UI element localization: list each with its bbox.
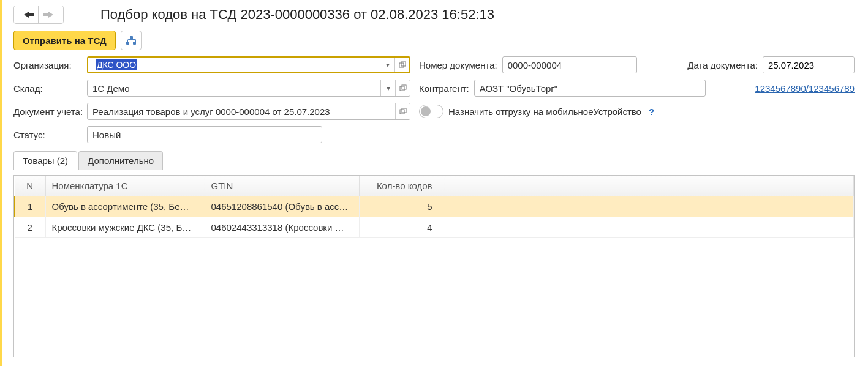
grid-container: N Номенклатура 1С GTIN Кол-во кодов 1 Об… xyxy=(13,175,855,357)
docnum-label: Номер документа: xyxy=(419,60,497,70)
table-header-row: N Номенклатура 1С GTIN Кол-во кодов xyxy=(15,176,854,196)
cell-nom: Обувь в ассортименте (35, Бе… xyxy=(45,196,205,217)
hierarchy-icon xyxy=(126,36,136,45)
org-input[interactable]: ДКС ООО xyxy=(88,58,380,72)
col-qty[interactable]: Кол-во кодов xyxy=(359,176,445,196)
org-open-button[interactable] xyxy=(394,58,409,72)
docnum-input[interactable] xyxy=(502,56,637,73)
warehouse-open-button[interactable] xyxy=(395,80,410,96)
tab-content: N Номенклатура 1С GTIN Кол-во кодов 1 Об… xyxy=(13,170,855,357)
org-input-group: ДКС ООО ▾ xyxy=(87,56,410,73)
table-row[interactable]: 1 Обувь в ассортименте (35, Бе… 04651208… xyxy=(15,196,854,217)
form-area: Организация: ДКС ООО ▾ Номер документа xyxy=(2,56,868,143)
warehouse-input-group: ▾ xyxy=(87,80,410,97)
accdoc-input[interactable] xyxy=(88,103,395,119)
accdoc-open-button[interactable] xyxy=(395,103,410,119)
accdoc-input-group xyxy=(87,103,410,120)
cell-n: 1 xyxy=(15,196,45,217)
tabs-wrap: Товары (2) Дополнительно N Номенклатура … xyxy=(13,151,855,357)
title-bar: Подбор кодов на ТСД 2023-0000000336 от 0… xyxy=(2,0,868,24)
back-button[interactable] xyxy=(14,6,39,23)
warehouse-dropdown-button[interactable]: ▾ xyxy=(380,80,395,96)
cell-qty: 5 xyxy=(359,196,445,217)
cell-qty: 4 xyxy=(359,217,445,238)
cell-gtin: 04651208861540 (Обувь в асс… xyxy=(205,196,359,217)
arrow-right-icon xyxy=(48,12,53,18)
counterparty-input[interactable] xyxy=(474,80,706,97)
cell-gtin: 04602443313318 (Кроссовки … xyxy=(205,217,359,238)
org-label: Организация: xyxy=(13,60,87,70)
nav-buttons xyxy=(13,6,64,24)
form-row-1: Организация: ДКС ООО ▾ Номер документа xyxy=(13,56,855,73)
assign-label: Назначить отгрузку на мобильноеУстройств… xyxy=(448,106,641,117)
org-dropdown-button[interactable]: ▾ xyxy=(380,58,394,72)
status-label: Статус: xyxy=(13,130,87,140)
tab-goods[interactable]: Товары (2) xyxy=(13,151,77,170)
form-row-2: Склад: ▾ Контрагент: 123456789 xyxy=(13,80,855,97)
counterparty-link[interactable]: 1234567890/123456789 xyxy=(755,83,855,94)
open-icon xyxy=(399,61,406,69)
org-value: ДКС ООО xyxy=(96,59,137,70)
cell-rest xyxy=(445,217,854,238)
arrow-left-icon xyxy=(24,12,29,18)
form-row-4: Статус: xyxy=(13,126,855,143)
col-n[interactable]: N xyxy=(15,176,45,196)
col-gtin[interactable]: GTIN xyxy=(205,176,359,196)
forward-button[interactable] xyxy=(39,6,63,23)
send-to-tsd-button[interactable]: Отправить на ТСД xyxy=(13,31,116,50)
tabs: Товары (2) Дополнительно xyxy=(13,151,855,170)
warehouse-input[interactable] xyxy=(88,80,380,96)
help-icon[interactable]: ? xyxy=(649,106,654,117)
hierarchy-button[interactable] xyxy=(121,31,142,50)
docdate-input[interactable] xyxy=(763,57,855,73)
tab-extra[interactable]: Дополнительно xyxy=(78,151,163,170)
docdate-input-group: 🗓 xyxy=(763,56,855,73)
accdoc-label: Документ учета: xyxy=(13,106,87,117)
col-nom[interactable]: Номенклатура 1С xyxy=(45,176,205,196)
status-input[interactable] xyxy=(87,126,322,143)
cell-rest xyxy=(445,196,854,217)
app-page: Подбор кодов на ТСД 2023-0000000336 от 0… xyxy=(0,0,868,366)
docdate-label: Дата документа: xyxy=(687,60,758,70)
open-icon xyxy=(399,84,407,92)
table-row[interactable]: 2 Кроссовки мужские ДКС (35, Б… 04602443… xyxy=(15,217,854,238)
cell-nom: Кроссовки мужские ДКС (35, Б… xyxy=(45,217,205,238)
assign-toggle[interactable] xyxy=(419,105,443,118)
goods-table: N Номенклатура 1С GTIN Кол-во кодов 1 Об… xyxy=(14,176,854,238)
open-icon xyxy=(399,108,407,115)
cell-n: 2 xyxy=(15,217,45,238)
toolbar: Отправить на ТСД xyxy=(2,24,868,56)
warehouse-label: Склад: xyxy=(13,83,87,94)
counterparty-label: Контрагент: xyxy=(419,83,469,94)
form-row-3: Документ учета: Назначить отгрузку на мо… xyxy=(13,103,855,120)
col-rest xyxy=(445,176,854,196)
page-title: Подбор кодов на ТСД 2023-0000000336 от 0… xyxy=(100,7,494,23)
